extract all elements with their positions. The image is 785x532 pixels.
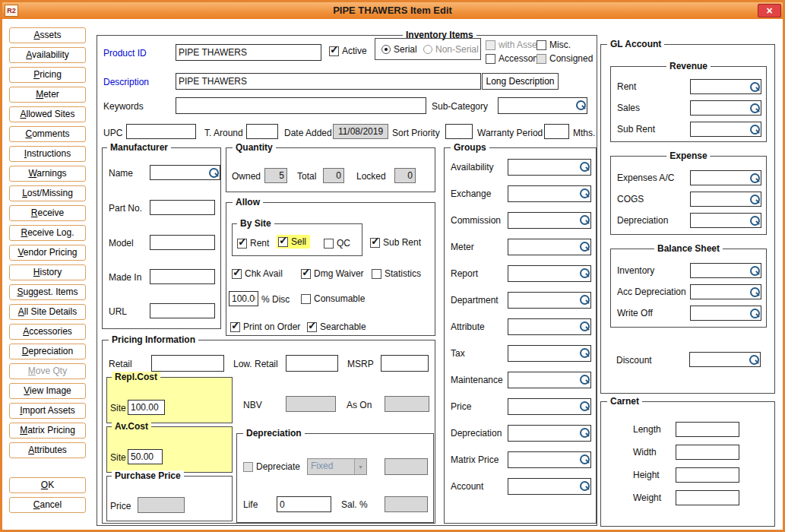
long-description-button[interactable]: Long Description (482, 73, 559, 90)
search-icon[interactable] (748, 214, 761, 227)
search-icon[interactable] (578, 266, 590, 281)
sidebar-button-depreciation[interactable]: Depreciation (9, 344, 86, 359)
search-icon[interactable] (748, 285, 761, 299)
qc-checkbox[interactable]: QC (324, 238, 350, 249)
chk-avail-checkbox[interactable]: Chk Avail (232, 268, 283, 279)
gl-inventory-input[interactable] (691, 264, 748, 277)
groups-depreciation-input[interactable] (508, 426, 578, 441)
misc-checkbox[interactable]: Misc. (537, 40, 571, 50)
description-input[interactable] (176, 73, 481, 90)
sort-priority-input[interactable] (445, 124, 473, 139)
gl-depreciation-input[interactable] (691, 214, 748, 227)
sidebar-button-receive-log[interactable]: Receive Log. (9, 225, 86, 241)
depreciate-checkbox[interactable]: Depreciate (243, 461, 300, 472)
groups-report-input[interactable] (508, 266, 578, 281)
made-in-input[interactable] (150, 269, 215, 284)
disc-input[interactable] (229, 291, 258, 306)
groups-department-input[interactable] (508, 293, 578, 308)
accessory-checkbox[interactable]: Accessory (486, 53, 540, 64)
search-icon[interactable] (578, 399, 590, 414)
groups-commission-input[interactable] (508, 213, 578, 228)
product-id-input[interactable] (176, 44, 321, 61)
t-around-input[interactable] (246, 124, 278, 139)
upc-input[interactable] (126, 124, 196, 139)
sidebar-button-view-image[interactable]: View Image (9, 383, 86, 399)
search-icon[interactable] (578, 479, 590, 494)
gl-cogs-input[interactable] (691, 192, 748, 206)
sidebar-button-accessories[interactable]: Accessories (9, 324, 86, 340)
groups-attribute-input[interactable] (508, 319, 578, 334)
gl-expenses-ac-input[interactable] (691, 171, 748, 185)
manufacturer-name-input[interactable] (150, 166, 207, 179)
search-icon[interactable] (578, 239, 590, 255)
low-retail-input[interactable] (286, 355, 338, 372)
gl-rent-input[interactable] (691, 80, 748, 93)
groups-meter-input[interactable] (508, 239, 578, 255)
search-icon[interactable] (748, 264, 761, 277)
consumable-checkbox[interactable]: Consumable (301, 293, 365, 304)
url-input[interactable] (150, 303, 215, 318)
sidebar-button-matrix-pricing[interactable]: Matrix Pricing (9, 423, 86, 439)
consigned-checkbox[interactable]: Consigned (537, 53, 593, 64)
search-icon[interactable] (748, 101, 761, 115)
groups-availability-input[interactable] (508, 160, 578, 175)
search-icon[interactable] (748, 306, 761, 320)
weight-input[interactable] (676, 490, 739, 505)
search-icon[interactable] (747, 353, 760, 366)
search-icon[interactable] (578, 452, 590, 467)
gl-sub-rent-input[interactable] (691, 122, 748, 136)
sidebar-button-vendor-pricing[interactable]: Vendor Pricing (9, 245, 86, 261)
sidebar-button-suggest-items[interactable]: Suggest. Items (9, 284, 86, 300)
sidebar-button-lost-missing[interactable]: Lost/Missing (9, 185, 86, 201)
length-input[interactable] (676, 422, 739, 437)
search-icon[interactable] (748, 122, 761, 136)
search-icon[interactable] (207, 166, 220, 179)
sidebar-button-availability[interactable]: Availability (9, 47, 86, 63)
msrp-input[interactable] (381, 355, 429, 372)
search-icon[interactable] (748, 192, 761, 206)
retail-input[interactable] (151, 355, 224, 372)
sidebar-button-history[interactable]: History (9, 264, 86, 280)
rent-checkbox[interactable]: Rent (237, 238, 269, 249)
ok-button[interactable]: OK (9, 477, 86, 493)
sidebar-button-meter[interactable]: Meter (9, 87, 86, 103)
groups-maintenance-input[interactable] (508, 372, 578, 388)
search-icon[interactable] (578, 160, 590, 175)
groups-exchange-input[interactable] (508, 186, 578, 201)
part-no-input[interactable] (150, 200, 215, 215)
search-icon[interactable] (578, 213, 590, 228)
groups-price-input[interactable] (508, 399, 578, 414)
search-icon[interactable] (578, 293, 590, 308)
repl-site-input[interactable] (128, 400, 165, 415)
sub-rent-checkbox[interactable]: Sub Rent (370, 237, 421, 248)
av-site-input[interactable] (128, 449, 163, 464)
search-icon[interactable] (578, 426, 590, 441)
groups-matrix-price-input[interactable] (508, 452, 578, 467)
non-serial-radio[interactable]: Non-Serial (423, 44, 479, 55)
active-checkbox[interactable]: Active (329, 46, 367, 56)
warranty-period-input[interactable] (544, 124, 569, 139)
groups-account-input[interactable] (508, 479, 578, 494)
model-input[interactable] (150, 235, 215, 250)
search-icon[interactable] (578, 372, 590, 388)
sidebar-button-all-site-details[interactable]: All Site Details (9, 304, 86, 320)
search-icon[interactable] (578, 186, 590, 201)
gl-sales-input[interactable] (691, 101, 748, 115)
search-icon[interactable] (578, 319, 590, 334)
groups-tax-input[interactable] (508, 346, 578, 361)
close-button[interactable]: × (758, 4, 781, 17)
width-input[interactable] (676, 445, 739, 460)
search-icon[interactable] (574, 98, 587, 113)
sidebar-button-assets[interactable]: Assets (9, 27, 86, 43)
life-input[interactable] (277, 496, 331, 512)
cancel-button[interactable]: Cancel (9, 497, 86, 513)
sidebar-button-attributes[interactable]: Attributes (9, 442, 86, 458)
print-on-order-checkbox[interactable]: Print on Order (230, 321, 300, 332)
sidebar-button-comments[interactable]: Comments (9, 126, 86, 142)
sidebar-button-receive[interactable]: Receive (9, 205, 86, 221)
sidebar-button-allowed-sites[interactable]: Allowed Sites (9, 106, 86, 122)
sidebar-button-import-assets[interactable]: Import Assets (9, 403, 86, 419)
sub-category-input[interactable] (499, 98, 574, 113)
gl-write-off-input[interactable] (691, 306, 748, 320)
keywords-input[interactable] (176, 97, 426, 114)
